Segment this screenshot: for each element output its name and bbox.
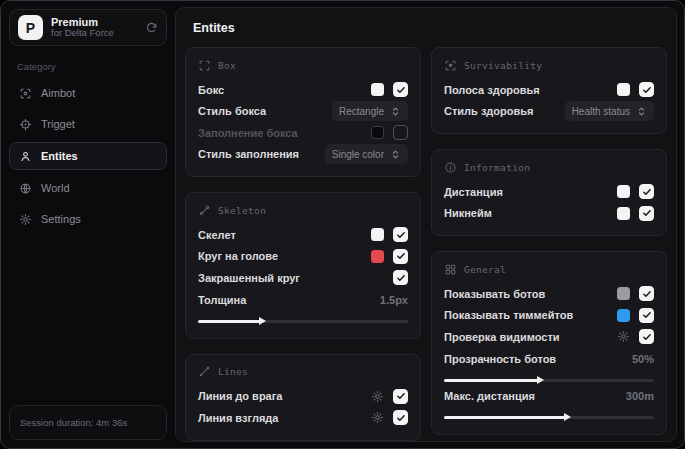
setting-row: Дистанция [444,181,654,203]
card-column: Survivability Полоса здоровья Стиль здор… [431,47,667,441]
checkbox[interactable] [393,410,408,425]
color-swatch[interactable] [617,185,630,198]
brand-card: P Premium for Delta Force [9,9,167,46]
checkbox[interactable] [393,249,408,264]
slider[interactable] [198,320,408,323]
setting-row: Линия взгляда [198,407,408,429]
trigget-icon [19,118,32,131]
entities-icon [19,150,32,163]
select-value: Health status [572,106,630,117]
row-label: Линия взгляда [198,412,278,424]
session-duration: Session duration: 4m 36s [9,405,167,440]
setting-row: Стиль бокса Rectangle [198,101,408,123]
color-swatch[interactable] [371,250,384,263]
sidebar-item-settings[interactable]: Settings [9,206,167,232]
brand-subtitle: for Delta Force [51,28,137,39]
card-information: Information Дистанция Никнейм [431,149,667,236]
color-swatch[interactable] [371,126,384,139]
checkbox[interactable] [393,227,408,242]
select-dropdown[interactable]: Rectangle [332,101,408,121]
setting-row: Показывать ботов [444,283,654,305]
checkbox[interactable] [393,125,408,140]
setting-row: Полоса здоровья [444,79,654,101]
card-box: Box Бокс Стиль бокса Rectangle Заполнени… [185,47,421,177]
card-title: Lines [218,366,248,377]
sidebar-item-label: Aimbot [41,87,75,99]
select-dropdown[interactable]: Single color [325,144,408,164]
sidebar-item-label: Settings [41,213,81,225]
row-label: Круг на голове [198,250,278,262]
row-controls: Single color [325,144,408,164]
color-swatch[interactable] [617,309,630,322]
row-label: Скелет [198,229,236,241]
row-label: Закрашенный круг [198,272,300,284]
row-label: Никнейм [444,207,492,219]
row-controls [617,206,654,221]
row-controls [617,184,654,199]
gear-icon[interactable] [371,390,384,403]
unfold-icon [390,149,401,160]
checkbox[interactable] [639,286,654,301]
slider-value: 300m [626,390,654,402]
row-label: Макс. дистанция [444,390,535,402]
sidebar-item-world[interactable]: World [9,175,167,201]
checkbox[interactable] [639,82,654,97]
slider-thumb[interactable] [537,376,544,384]
general-icon [444,263,457,276]
color-swatch[interactable] [617,83,630,96]
row-label: Дистанция [444,186,503,198]
sidebar-item-aimbot[interactable]: Aimbot [9,80,167,106]
sidebar-item-entites[interactable]: Entites [9,142,167,170]
card-header: General [444,261,654,277]
card-title: General [464,264,506,275]
select-value: Single color [332,149,384,160]
slider-thumb[interactable] [259,317,266,325]
checkbox[interactable] [639,308,654,323]
row-label: Стиль здоровья [444,105,533,117]
slider[interactable] [444,379,654,382]
row-label: Показывать ботов [444,288,545,300]
gear-icon[interactable] [617,330,630,343]
brand-logo: P [18,15,43,40]
row-controls [371,410,408,425]
card-lines: Lines Линия до врага Линия взгляда [185,354,421,441]
sidebar-nav: AimbotTriggetEntitesWorldSettings [9,80,167,232]
setting-row: Скелет [198,224,408,246]
card-header: Skeleton [198,202,408,218]
row-label: Проверка видимости [444,331,560,343]
row-label: Заполнение бокса [198,127,298,139]
row-label: Прозрачность ботов [444,353,556,365]
box-icon [198,59,211,72]
slider[interactable] [444,416,654,419]
checkbox[interactable] [393,270,408,285]
row-label: Стиль бокса [198,105,266,117]
checkbox[interactable] [639,184,654,199]
checkbox[interactable] [393,389,408,404]
refresh-icon[interactable] [145,21,158,34]
row-controls [393,270,408,285]
color-swatch[interactable] [371,83,384,96]
app-window: P Premium for Delta Force Category Aimbo… [0,0,685,449]
sidebar-item-trigget[interactable]: Trigget [9,111,167,137]
checkbox[interactable] [393,82,408,97]
card-survivability: Survivability Полоса здоровья Стиль здор… [431,47,667,134]
sidebar-item-label: World [41,182,70,194]
checkbox[interactable] [639,329,654,344]
color-swatch[interactable] [371,228,384,241]
row-controls [371,82,408,97]
slider-thumb[interactable] [564,413,571,421]
card-general: General Показывать ботов Показывать тимм… [431,251,667,435]
color-swatch[interactable] [617,287,630,300]
select-dropdown[interactable]: Health status [565,101,654,121]
color-swatch[interactable] [617,207,630,220]
row-label: Толщина [198,294,246,306]
setting-row: Никнейм [444,203,654,225]
main-panel: Entites Box Бокс Стиль бокса Rectangle З… [175,7,677,442]
row-controls [371,389,408,404]
page-title: Entites [193,21,667,35]
unfold-icon [636,106,647,117]
setting-row: Бокс [198,79,408,101]
checkbox[interactable] [639,206,654,221]
gear-icon[interactable] [371,411,384,424]
sidebar-item-label: Entites [41,150,78,162]
